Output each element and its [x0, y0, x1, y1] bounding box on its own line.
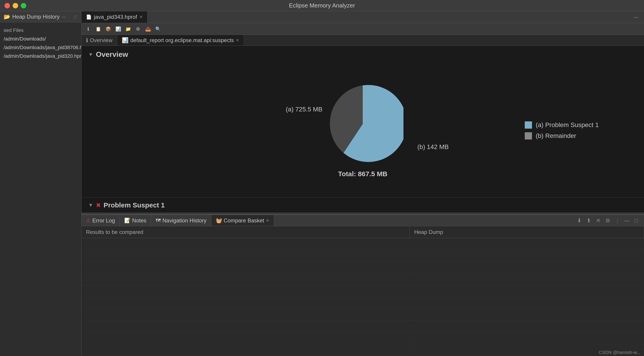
titlebar: Eclipse Memory Analyzer	[0, 0, 644, 11]
compare-basket-close[interactable]: ✕	[266, 218, 269, 223]
minimize-panel-btn[interactable]: —	[632, 13, 640, 21]
toolbar-box-btn[interactable]: 📦	[104, 25, 112, 33]
compare-basket-table: Results to be compared Heap Dump	[82, 226, 644, 356]
toolbar: ℹ 📋 📦 📊 📁 ⚙ 📤 🔍	[82, 23, 644, 35]
overview-tab-label: Overview	[90, 37, 112, 44]
bottom-tab-bar: ⚠ Error Log 📝 Notes 🗺 Navigation History	[82, 215, 644, 226]
table-row	[82, 321, 644, 332]
minimize-button[interactable]	[13, 3, 18, 8]
toolbar-export-btn[interactable]: 📤	[144, 25, 152, 33]
pie-total: Total: 867.5 MB	[338, 170, 388, 178]
table-row	[82, 250, 644, 262]
close-button[interactable]	[4, 3, 10, 8]
inner-tab-default-report[interactable]: 📊 default_report org.eclipse.mat.api:sus…	[117, 35, 244, 46]
error-log-label: Error Log	[92, 217, 115, 224]
notes-label: Notes	[132, 217, 146, 224]
bottom-tab-compare-basket[interactable]: 🧺 Compare Basket ✕	[211, 215, 274, 226]
pie-chart	[322, 83, 404, 165]
report-tab-label: default_report org.eclipse.mat.api:suspe…	[130, 37, 234, 44]
sidebar-tab-heap-dump-history: 📂 Heap Dump History — □	[0, 11, 81, 23]
toolbar-settings-btn[interactable]: ⚙	[134, 25, 142, 33]
navigation-history-icon: 🗺	[156, 218, 161, 223]
tab-bar: 📄 java_pid343.hprof ✕ —	[82, 11, 644, 23]
bottom-remove-btn[interactable]: ✕	[594, 216, 602, 225]
bottom-panel: ⚠ Error Log 📝 Notes 🗺 Navigation History	[82, 214, 644, 356]
suspect-error-icon: ✖	[96, 202, 101, 209]
bottom-minimize-btn[interactable]: —	[623, 216, 631, 225]
overview-header: ▼ Overview	[82, 46, 644, 63]
bottom-up-btn[interactable]: ⬆	[585, 216, 593, 225]
table-row	[82, 309, 644, 321]
tab-close-btn[interactable]: ✕	[140, 15, 143, 20]
suspect-title: Problem Suspect 1	[104, 201, 165, 209]
suspect-collapse-arrow[interactable]: ▼	[88, 202, 93, 208]
tab-file-icon: 📄	[86, 14, 92, 20]
error-log-icon: ⚠	[86, 218, 90, 223]
navigation-history-label: Navigation History	[162, 217, 206, 224]
tab-java-pid343[interactable]: 📄 java_pid343.hprof ✕	[82, 11, 148, 23]
pie-label-a: (a) 725.5 MB	[286, 106, 322, 113]
table-row	[82, 262, 644, 274]
toolbar-chart-btn[interactable]: 📊	[114, 25, 122, 33]
sidebar-close-btn[interactable]: □	[73, 15, 78, 19]
toolbar-info-btn[interactable]: ℹ	[84, 25, 92, 33]
divider-bar	[82, 213, 644, 214]
status-bar: CSDN @hamish-w...	[595, 349, 644, 356]
overview-content: ▼ Overview (a) 725.5 MB	[82, 46, 644, 356]
maximize-button[interactable]	[21, 3, 26, 8]
legend-label-a: (a) Problem Suspect 1	[536, 121, 599, 129]
bottom-down-btn[interactable]: ⬇	[575, 216, 583, 225]
legend-item-a: (a) Problem Suspect 1	[525, 121, 599, 129]
sidebar-section-label: sed Files	[0, 26, 81, 35]
tab-label: java_pid343.hprof	[94, 14, 137, 20]
col-header-heap: Heap Dump	[410, 226, 644, 238]
overview-collapse-arrow[interactable]: ▼	[88, 52, 93, 58]
overview-title: Overview	[96, 50, 128, 59]
problem-suspect-section: ▼ ✖ Problem Suspect 1	[82, 197, 644, 213]
main-layout: 📂 Heap Dump History — □ sed Files /admin…	[0, 11, 644, 356]
report-tab-close[interactable]: ✕	[236, 38, 239, 43]
chart-legend: (a) Problem Suspect 1 (b) Remainder	[525, 121, 599, 140]
sidebar-file-2[interactable]: /admin/Downloads/java_pid38706.hprof	[0, 43, 81, 52]
notes-icon: 📝	[124, 218, 130, 223]
sidebar-file-3[interactable]: /admin/Downloads/java_pid320.hprof	[0, 52, 81, 61]
toolbar-search-btn[interactable]: 🔍	[154, 25, 162, 33]
overview-tab-icon: ℹ	[86, 37, 88, 44]
col-header-results: Results to be compared	[82, 226, 410, 238]
bottom-tab-error-log[interactable]: ⚠ Error Log	[82, 215, 120, 226]
app-title: Eclipse Memory Analyzer	[289, 2, 355, 9]
inner-tab-overview[interactable]: ℹ Overview	[82, 35, 117, 46]
table-row	[82, 297, 644, 309]
sidebar-tab-label: Heap Dump History	[12, 14, 60, 20]
compare-basket-icon: 🧺	[216, 218, 222, 223]
table-row	[82, 285, 644, 297]
bottom-toolbar-right: ⬇ ⬆ ✕ ⚙ | — □	[575, 216, 644, 225]
table-row	[82, 238, 644, 250]
bottom-tab-notes[interactable]: 📝 Notes	[120, 215, 151, 226]
heap-dump-history-icon: 📂	[4, 14, 10, 20]
toolbar-folder-btn[interactable]: 📁	[124, 25, 132, 33]
bottom-divider: |	[613, 216, 621, 225]
report-tab-icon: 📊	[122, 37, 128, 44]
table-row	[82, 332, 644, 344]
sidebar-file-1[interactable]: /admin/Downloads/	[0, 35, 81, 43]
bottom-settings-btn[interactable]: ⚙	[604, 216, 612, 225]
table-row	[82, 274, 644, 285]
sidebar-minimize-btn[interactable]: —	[61, 15, 66, 19]
bottom-tab-navigation-history[interactable]: 🗺 Navigation History	[151, 215, 211, 226]
status-text: CSDN @hamish-w...	[599, 350, 640, 355]
pie-chart-container: (a) 725.5 MB (b) 142 MB Total: 867.5 MB	[322, 83, 404, 178]
inner-tab-bar: ℹ Overview 📊 default_report org.eclipse.…	[82, 35, 644, 46]
toolbar-list-btn[interactable]: 📋	[94, 25, 102, 33]
sidebar-content: sed Files /admin/Downloads/ /admin/Downl…	[0, 23, 81, 356]
legend-label-b: (b) Remainder	[536, 132, 576, 140]
pie-label-b: (b) 142 MB	[418, 143, 449, 151]
legend-color-a	[525, 121, 532, 129]
compare-basket-label: Compare Basket	[224, 217, 264, 224]
bottom-maximize-btn[interactable]: □	[632, 216, 640, 225]
content-area: 📄 java_pid343.hprof ✕ — ℹ 📋 📦 📊 📁 ⚙ 📤 🔍 …	[82, 11, 644, 356]
traffic-lights	[4, 3, 26, 8]
table-row	[82, 344, 644, 356]
sidebar: 📂 Heap Dump History — □ sed Files /admin…	[0, 11, 82, 356]
chart-area: (a) 725.5 MB (b) 142 MB Total: 867.5 MB	[82, 63, 644, 197]
